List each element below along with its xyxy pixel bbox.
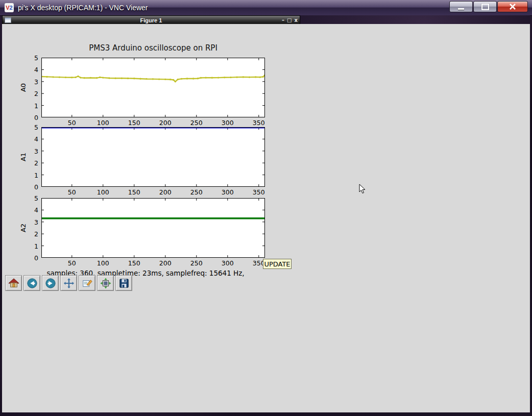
pan-button[interactable] [60,275,77,291]
subplot-A1 [41,127,265,187]
close-button[interactable] [497,1,528,12]
y-axis-label: A2 [19,223,27,232]
y-tick-label: 5 [28,194,38,202]
desktop-background: V2 pi's X desktop (RPICAM:1) - VNC Viewe… [0,0,532,416]
remote-desktop: *Python Shell* FileEditShellDebugOptions… [2,15,530,412]
vnc-window-title: pi's X desktop (RPICAM:1) - VNC Viewer [18,4,148,12]
figure-window: Figure 1 – □ x PMS3 Arduino oscilloscope… [2,15,300,293]
figure-titlebar[interactable]: Figure 1 – □ x [3,16,300,25]
forward-button[interactable] [42,275,59,291]
minimize-button[interactable] [449,1,473,12]
subplot-A2 [41,198,265,258]
vnc-window-controls [449,1,528,12]
maximize-icon[interactable]: □ [287,17,292,23]
y-tick-label: 5 [28,54,38,62]
y-tick-label: 3 [28,78,38,86]
back-button[interactable] [23,275,40,291]
figure-toolbar [5,275,132,291]
figure-body: PMS3 Arduino oscilloscope on RPI50100150… [2,24,530,412]
y-tick-label: 4 [28,206,38,214]
back-icon [27,278,38,289]
y-tick-label: 4 [28,66,38,74]
figure-canvas: PMS3 Arduino oscilloscope on RPI50100150… [2,24,530,412]
close-icon [509,4,516,10]
mouse-cursor [359,184,366,194]
y-tick-label: 1 [28,172,38,179]
subplot-A0 [41,58,265,117]
y-tick-label: 0 [28,183,38,191]
x-tick-label: 300 [219,119,236,127]
x-tick-label: 250 [188,259,205,267]
save-icon [118,278,130,289]
y-tick-label: 5 [28,124,38,131]
x-tick-label: 50 [63,119,81,127]
x-tick-label: 250 [188,188,205,196]
home-icon [8,278,19,289]
figure-window-title: Figure 1 [140,17,162,23]
x-tick-label: 350 [250,188,268,196]
window-icon [5,17,11,23]
x-tick-label: 200 [157,119,174,127]
zoom-to-rect-icon [82,278,93,289]
x-tick-label: 50 [63,188,81,196]
vnc-viewer-logo-icon: V2 [5,3,14,12]
x-tick-label: 300 [219,188,236,196]
y-tick-label: 3 [28,218,38,226]
zoom-to-rect-button[interactable] [79,275,95,291]
minimize-icon [458,8,464,10]
y-tick-label: 0 [28,114,38,121]
x-tick-label: 200 [157,259,174,267]
y-tick-label: 1 [28,102,38,110]
y-axis-label: A0 [19,83,27,91]
close-icon[interactable]: x [295,17,298,23]
home-button[interactable] [5,275,22,291]
configure-subplots-button[interactable] [97,275,114,291]
figure-window-controls: – □ x [282,17,298,23]
x-tick-label: 250 [188,119,205,127]
save-button[interactable] [115,275,132,291]
x-tick-label: 50 [63,259,81,267]
maximize-icon [481,4,489,10]
y-tick-label: 3 [28,148,38,155]
x-tick-label: 350 [250,119,268,127]
y-tick-label: 2 [28,230,38,238]
plot-title: PMS3 Arduino oscilloscope on RPI [41,43,265,53]
configure-subplots-icon [100,278,111,289]
y-tick-label: 2 [28,90,38,97]
y-axis-label: A1 [19,152,27,161]
update-button[interactable]: UPDATE [263,259,292,269]
x-tick-label: 150 [126,259,143,267]
x-tick-label: 100 [94,188,112,196]
minimize-icon[interactable]: – [282,17,284,23]
x-tick-label: 150 [126,188,143,196]
y-tick-label: 4 [28,135,38,143]
x-tick-label: 200 [157,188,174,196]
y-tick-label: 2 [28,159,38,167]
y-tick-label: 0 [28,254,38,262]
pan-icon [63,278,75,289]
x-tick-label: 150 [126,119,143,127]
x-tick-label: 300 [219,259,236,267]
vnc-titlebar[interactable]: V2 pi's X desktop (RPICAM:1) - VNC Viewe… [0,0,532,16]
x-tick-label: 100 [94,259,112,267]
y-tick-label: 1 [28,242,38,250]
maximize-button[interactable] [473,1,497,12]
forward-icon [45,278,56,289]
x-tick-label: 100 [94,119,112,127]
